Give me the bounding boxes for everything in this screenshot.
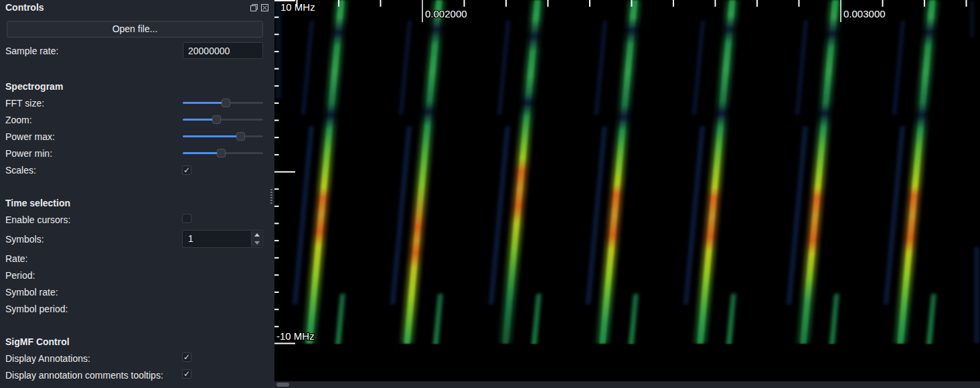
symbol-period-label: Symbol period:: [5, 304, 68, 314]
display-tooltips-checkbox[interactable]: ✓: [182, 369, 191, 379]
display-annotations-label: Display Annotations:: [5, 353, 90, 364]
sidelobe-ghost: [301, 20, 314, 115]
signal-burst: [773, 0, 867, 346]
sidelobe-ghost: [726, 294, 736, 346]
sidelobe-ghost: [335, 294, 345, 346]
signal-layer: [276, 0, 979, 346]
time-axis-label: 0.003000: [843, 8, 886, 19]
sidelobe-ghost: [892, 20, 905, 115]
sidelobe-ghost: [795, 20, 808, 115]
sidelobe-ghost: [532, 294, 542, 346]
time-axis-label: 0.002000: [425, 8, 467, 19]
horizontal-scrollbar[interactable]: [274, 381, 980, 388]
power-max-slider[interactable]: [183, 131, 263, 141]
spin-up-button[interactable]: [252, 231, 262, 239]
fft-size-label: FFT size:: [5, 98, 44, 109]
power-min-label: Power min:: [5, 148, 52, 159]
period-label: Period:: [5, 270, 35, 281]
freq-axis-top-label: 10 MHz: [280, 1, 315, 13]
power-min-slider[interactable]: [183, 148, 263, 158]
close-dock-icon[interactable]: [260, 3, 269, 12]
sidelobe-ghost: [691, 20, 705, 115]
sidelobe-ghost: [629, 294, 639, 346]
sidelobe-ghost: [975, 247, 979, 344]
scrollbar-thumb[interactable]: [276, 383, 289, 387]
sidelobe-ghost: [398, 20, 412, 115]
sample-rate-input[interactable]: [183, 42, 263, 59]
controls-dock: Controls Open file... Sample rate: Spect…: [0, 0, 274, 388]
spectrogram-view[interactable]: 10 MHz-10 MHz0.0020000.003000: [274, 0, 980, 388]
dock-title: Controls: [5, 2, 44, 13]
dock-titlebar[interactable]: Controls: [0, 0, 274, 16]
spectrogram-section-header: Spectrogram: [5, 81, 63, 92]
signal-burst: [572, 0, 666, 346]
rate-label: Rate:: [5, 253, 27, 264]
symbols-label: Symbols:: [5, 234, 44, 245]
slider-thumb[interactable]: [217, 149, 226, 157]
slider-thumb[interactable]: [222, 99, 230, 107]
sidelobe-ghost: [829, 294, 839, 346]
signal-burst: [475, 0, 569, 346]
signal-burst: [377, 0, 471, 346]
sidelobe-ghost: [926, 294, 936, 346]
signal-burst: [670, 0, 764, 346]
open-file-button[interactable]: Open file...: [7, 21, 263, 38]
float-window-icon[interactable]: [250, 3, 258, 12]
fft-size-slider[interactable]: [183, 98, 263, 108]
scales-checkbox[interactable]: ✓: [182, 166, 191, 175]
sample-rate-label: Sample rate:: [5, 46, 58, 56]
signal-burst: [870, 0, 964, 346]
arrow-up-icon: [254, 233, 260, 237]
display-tooltips-label: Display annotation comments tooltips:: [5, 370, 163, 381]
inspectrum-window: Controls Open file... Sample rate: Spect…: [0, 0, 980, 388]
sidelobe-ghost: [970, 0, 974, 38]
zoom-label: Zoom:: [5, 115, 32, 125]
signal-burst: [279, 0, 373, 346]
time-selection-header: Time selection: [5, 198, 70, 208]
sidelobe-ghost: [276, 0, 281, 99]
symbols-spinbox[interactable]: 1: [182, 230, 263, 248]
symbols-value: 1: [188, 233, 193, 244]
enable-cursors-checkbox[interactable]: [182, 214, 191, 223]
slider-thumb[interactable]: [236, 132, 245, 141]
splitter-handle[interactable]: [270, 189, 274, 205]
scales-label: Scales:: [5, 165, 36, 176]
enable-cursors-label: Enable cursors:: [5, 214, 70, 225]
slider-thumb[interactable]: [212, 115, 221, 124]
sidelobe-ghost: [497, 20, 510, 115]
sigmf-section-header: SigMF Control: [5, 336, 70, 347]
spin-down-button[interactable]: [252, 239, 262, 247]
sidelobe-ghost: [594, 20, 607, 115]
display-annotations-checkbox[interactable]: ✓: [182, 352, 191, 362]
zoom-slider[interactable]: [183, 115, 263, 125]
symbol-rate-label: Symbol rate:: [5, 287, 58, 298]
freq-axis-bottom-label: -10 MHz: [276, 330, 315, 342]
spectrogram-canvas[interactable]: 10 MHz-10 MHz0.0020000.003000: [274, 0, 980, 388]
arrow-down-icon: [254, 241, 260, 245]
sidelobe-ghost: [433, 294, 443, 346]
power-max-label: Power max:: [5, 131, 55, 142]
